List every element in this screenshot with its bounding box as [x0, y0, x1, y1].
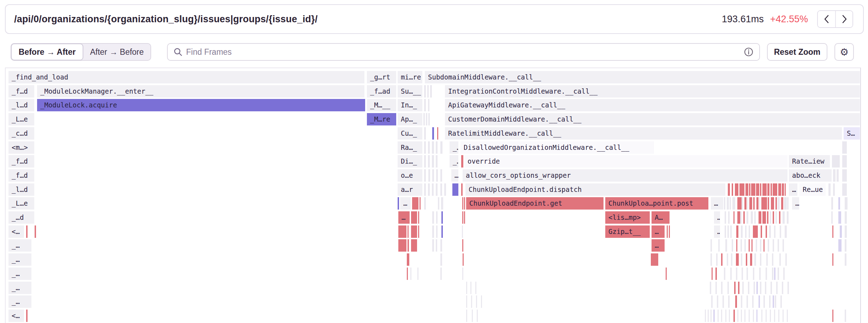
flame-frame[interactable] [428, 155, 430, 168]
flame-frame[interactable] [747, 197, 748, 210]
flame-frame[interactable] [832, 310, 833, 322]
flame-frame[interactable] [832, 253, 833, 266]
flame-frame[interactable] [398, 197, 399, 210]
flame-frame[interactable] [734, 282, 736, 294]
flame-frame[interactable] [753, 197, 755, 210]
flame-frame[interactable] [741, 253, 742, 266]
flame-frame[interactable] [432, 183, 434, 196]
flame-frame[interactable] [723, 295, 724, 308]
flame-frame[interactable] [470, 282, 471, 294]
flame-frame[interactable] [424, 155, 426, 168]
flame-frame[interactable] [717, 295, 718, 308]
flame-frame[interactable] [729, 310, 730, 322]
flame-frame[interactable] [753, 310, 754, 322]
flame-frame[interactable] [407, 268, 408, 280]
flame-frame[interactable] [727, 282, 729, 294]
flame-frame[interactable] [771, 183, 772, 196]
flame-frame[interactable]: <… [8, 310, 24, 322]
flame-frame[interactable] [783, 211, 785, 224]
flame-frame[interactable] [725, 225, 726, 238]
flame-frame[interactable] [711, 239, 712, 252]
flame-frame[interactable] [424, 197, 426, 210]
flame-frame[interactable] [667, 225, 668, 238]
flame-frame[interactable] [838, 197, 840, 210]
flame-frame[interactable] [749, 183, 750, 196]
flame-frame[interactable]: … [398, 211, 410, 224]
flame-frame[interactable] [781, 197, 783, 210]
flame-frame[interactable]: <… [8, 225, 24, 238]
flame-frame[interactable]: _ModuleLock.acquire [37, 99, 365, 111]
flame-frame[interactable] [756, 310, 757, 322]
flame-frame[interactable] [770, 310, 771, 322]
flame-frame[interactable] [432, 239, 434, 252]
flame-frame[interactable]: IntegrationControlMiddleware.__call__ [445, 85, 860, 98]
flame-frame[interactable] [424, 127, 426, 140]
flame-frame[interactable] [466, 310, 467, 322]
flamegraph[interactable]: _find_and_load_g…rtmi…reSubdomainMiddlew… [5, 67, 861, 323]
flame-frame[interactable]: _f…ad [367, 85, 396, 98]
flame-frame[interactable] [778, 183, 781, 196]
flame-frame[interactable] [432, 169, 434, 182]
flame-frame[interactable] [476, 295, 477, 308]
flame-frame[interactable] [430, 85, 432, 98]
flame-frame[interactable] [462, 211, 463, 224]
flame-frame[interactable] [787, 282, 789, 294]
flame-frame[interactable] [725, 211, 726, 224]
flame-frame[interactable]: ApiGatewayMiddleware.__call__ [445, 99, 860, 111]
flame-frame[interactable] [408, 225, 409, 238]
flame-frame[interactable]: _M…__ [367, 99, 396, 111]
flame-frame[interactable] [471, 295, 472, 308]
flame-frame[interactable] [760, 282, 761, 294]
flame-frame[interactable] [751, 183, 755, 196]
flame-frame[interactable]: … [714, 211, 720, 224]
flame-frame[interactable] [441, 211, 443, 224]
flame-frame[interactable] [738, 282, 739, 294]
flame-frame[interactable] [774, 268, 775, 280]
flame-frame[interactable]: mi…re [398, 71, 422, 83]
flame-frame[interactable] [440, 141, 442, 154]
info-icon[interactable] [744, 47, 754, 57]
find-frames-search[interactable] [167, 43, 760, 61]
flame-frame[interactable] [461, 155, 463, 168]
flame-frame[interactable] [428, 141, 430, 154]
flame-frame[interactable] [768, 239, 769, 252]
flame-frame[interactable] [708, 310, 709, 322]
flame-frame[interactable]: _ModuleLockManager.__enter__ [37, 85, 364, 98]
flame-frame[interactable] [436, 239, 437, 252]
flame-frame[interactable] [832, 155, 840, 168]
flame-frame[interactable] [759, 268, 761, 280]
flame-frame[interactable] [842, 141, 847, 154]
flame-frame[interactable] [475, 282, 476, 294]
flame-frame[interactable]: SubdomainMiddleware.__call__ [425, 71, 860, 83]
flame-frame[interactable] [721, 253, 723, 266]
flame-frame[interactable]: _… [8, 268, 31, 280]
flame-frame[interactable] [727, 253, 728, 266]
flame-frame[interactable] [785, 225, 787, 238]
flame-frame[interactable]: Cu…_ [398, 127, 422, 140]
flame-frame[interactable] [754, 282, 755, 294]
flame-frame[interactable] [759, 197, 760, 210]
flame-frame[interactable] [398, 225, 406, 238]
flame-frame[interactable]: _… [450, 141, 458, 154]
flame-frame[interactable] [462, 225, 463, 238]
flame-frame[interactable] [763, 295, 765, 308]
flame-frame[interactable] [472, 310, 473, 322]
flame-frame[interactable] [716, 253, 718, 266]
flame-frame[interactable] [739, 183, 744, 196]
flame-frame[interactable] [440, 239, 442, 252]
flame-frame[interactable] [842, 155, 847, 168]
flame-frame[interactable] [731, 253, 732, 266]
flame-frame[interactable] [428, 99, 429, 111]
flame-frame[interactable] [778, 197, 780, 210]
flame-frame[interactable] [759, 211, 761, 224]
flame-frame[interactable]: _L…e [8, 197, 34, 210]
flame-frame[interactable] [747, 295, 748, 308]
flame-frame[interactable] [769, 295, 771, 308]
flame-frame[interactable] [741, 310, 742, 322]
flame-frame[interactable] [711, 295, 713, 308]
flame-frame[interactable] [436, 169, 438, 182]
flame-frame[interactable] [466, 295, 467, 308]
flame-frame[interactable] [845, 310, 846, 322]
flame-frame[interactable] [444, 183, 446, 196]
flame-frame[interactable] [845, 225, 847, 238]
